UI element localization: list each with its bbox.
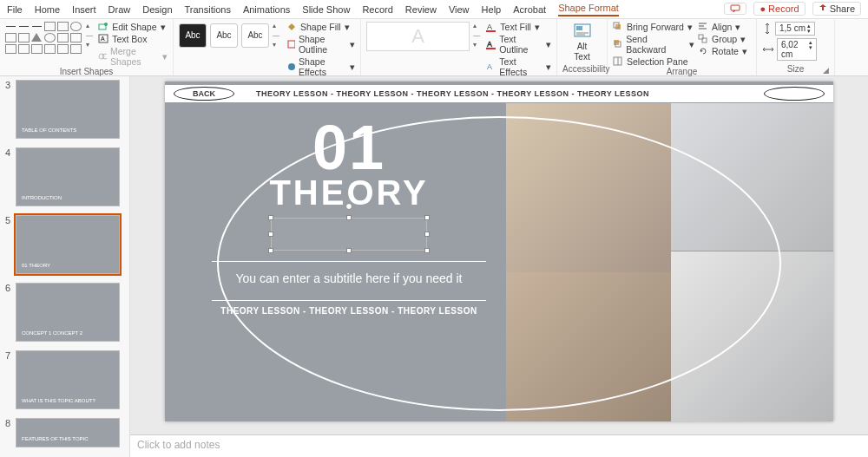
shape-outline-button[interactable]: Shape Outline ▾ — [286, 34, 355, 55]
effects-icon — [286, 62, 295, 72]
slide-subtitle[interactable]: You can enter a subtitle here if you nee… — [201, 271, 496, 288]
comments-button[interactable] — [724, 3, 746, 15]
edit-shape-button[interactable]: Edit Shape ▾ — [98, 22, 168, 32]
text-effects-button[interactable]: AText Effects ▾ — [486, 56, 551, 77]
group-insert-shapes: ▴―▾ Edit Shape ▾ AText Box Merge Shapes … — [0, 19, 174, 75]
slide-top-bar: BACK THEORY LESSON - THEORY LESSON - THE… — [165, 85, 833, 102]
tab-review[interactable]: Review — [405, 4, 437, 15]
resize-handle[interactable] — [346, 215, 352, 220]
tab-record[interactable]: Record — [362, 4, 392, 15]
merge-shapes-icon — [98, 51, 107, 62]
tab-slideshow[interactable]: Slide Show — [302, 4, 350, 15]
tab-help[interactable]: Help — [482, 4, 502, 15]
resize-handle[interactable] — [268, 232, 273, 237]
resize-handle[interactable] — [268, 248, 273, 253]
slide-canvas[interactable]: BACK THEORY LESSON - THEORY LESSON - THE… — [165, 82, 833, 421]
thumb-number: 8 — [5, 418, 12, 428]
send-backward-button[interactable]: Send Backward ▾ — [613, 34, 694, 55]
back-button[interactable]: BACK — [174, 87, 234, 101]
text-outline-button[interactable]: AText Outline ▾ — [486, 34, 551, 55]
rotate-button[interactable]: Rotate ▾ — [698, 46, 747, 56]
group-button[interactable]: Group ▾ — [698, 34, 747, 44]
tab-file[interactable]: File — [7, 4, 23, 15]
merge-shapes-button[interactable]: Merge Shapes ▾ — [98, 46, 168, 67]
shape-style-gallery[interactable]: Abc Abc Abc ▴―▾ — [179, 22, 283, 49]
shapes-expand[interactable]: ▴―▾ — [86, 22, 95, 49]
slide-image[interactable] — [506, 272, 671, 421]
slide-thumbnail[interactable]: INTRODUCTION — [16, 147, 120, 206]
selection-pane-icon — [613, 56, 623, 67]
workspace: 3TABLE OF CONTENTS 4INTRODUCTION 501 THE… — [0, 76, 868, 457]
shape-fill-button[interactable]: Shape Fill ▾ — [286, 22, 355, 32]
tab-acrobat[interactable]: Acrobat — [513, 4, 546, 15]
rotate-handle[interactable] — [345, 203, 352, 210]
thumb-number: 5 — [5, 215, 12, 225]
outline-icon — [286, 39, 295, 49]
slide-image[interactable] — [506, 103, 671, 272]
editor-area: BACK THEORY LESSON - THEORY LESSON - THE… — [130, 76, 868, 457]
tab-transitions[interactable]: Transitions — [185, 4, 231, 15]
group-accessibility: AltText Accessibility — [557, 19, 608, 75]
alt-text-icon — [573, 22, 592, 41]
svg-rect-15 — [576, 26, 582, 30]
group-arrange: Bring Forward ▾ Send Backward ▾ Selectio… — [608, 19, 757, 75]
shape-effects-button[interactable]: Shape Effects ▾ — [286, 56, 355, 77]
slide-thumbnail-selected[interactable]: 01 THEORY — [16, 215, 120, 274]
fill-icon — [286, 22, 297, 32]
svg-text:A: A — [487, 23, 492, 31]
resize-handle[interactable] — [424, 232, 430, 237]
align-icon — [698, 22, 708, 32]
marquee-text: THEORY LESSON - THEORY LESSON - THEORY L… — [256, 89, 649, 98]
resize-handle[interactable] — [346, 248, 352, 253]
width-input[interactable]: 6,02 cm▴▾ — [777, 38, 817, 61]
slide-number[interactable]: 01 — [201, 116, 496, 179]
dialog-launcher-icon[interactable]: ◢ — [823, 66, 829, 75]
alt-text-button[interactable]: AltText — [563, 22, 602, 62]
style-expand[interactable]: ▴―▾ — [273, 22, 283, 49]
slide-text-column: 01 THEORY You can enter a subt — [201, 116, 496, 316]
blank-oval[interactable] — [764, 87, 825, 101]
share-row: ● Record Share — [724, 2, 861, 16]
tab-design[interactable]: Design — [142, 4, 172, 15]
tab-draw[interactable]: Draw — [108, 4, 131, 15]
slide-thumbnail[interactable]: CONCEPT 1 CONCEPT 2 — [16, 283, 120, 342]
svg-point-2 — [104, 23, 108, 26]
resize-handle[interactable] — [268, 215, 273, 220]
wordart-gallery[interactable]: A — [366, 22, 470, 51]
tab-shape-format[interactable]: Shape Format — [558, 3, 619, 16]
wordart-expand[interactable]: ▴―▾ — [473, 22, 483, 49]
tab-view[interactable]: View — [449, 4, 470, 15]
svg-point-8 — [288, 63, 295, 70]
tab-home[interactable]: Home — [35, 4, 60, 15]
style-swatch[interactable]: Abc — [179, 23, 207, 48]
height-input[interactable]: 1,5 cm▴▾ — [775, 22, 815, 36]
thumbnails-panel[interactable]: 3TABLE OF CONTENTS 4INTRODUCTION 501 THE… — [0, 76, 130, 457]
text-box-button[interactable]: AText Box — [98, 34, 168, 44]
shapes-gallery[interactable] — [5, 22, 82, 55]
slide-thumbnail[interactable]: TABLE OF CONTENTS — [16, 80, 120, 139]
style-swatch[interactable]: Abc — [241, 23, 269, 48]
slide-image[interactable] — [671, 103, 833, 251]
slide-thumbnail[interactable]: FEATURES OF THIS TOPIC — [16, 418, 120, 447]
tab-animations[interactable]: Animations — [243, 4, 290, 15]
selected-shape[interactable] — [271, 218, 427, 251]
text-fill-button[interactable]: AText Fill ▾ — [486, 22, 551, 32]
resize-handle[interactable] — [424, 248, 430, 253]
ribbon: ▴―▾ Edit Shape ▾ AText Box Merge Shapes … — [0, 19, 868, 76]
text-fill-icon: A — [486, 22, 496, 32]
slide-thumbnail[interactable]: WHAT IS THIS TOPIC ABOUT? — [16, 350, 120, 409]
style-swatch[interactable]: Abc — [210, 23, 238, 48]
slide-image[interactable] — [671, 251, 833, 421]
svg-text:A: A — [487, 40, 492, 49]
align-button[interactable]: Align ▾ — [698, 22, 747, 32]
height-icon — [762, 23, 773, 35]
selection-pane-button[interactable]: Selection Pane — [613, 56, 694, 67]
record-button[interactable]: ● Record — [753, 2, 805, 16]
notes-pane[interactable]: Click to add notes — [130, 434, 868, 457]
tab-insert[interactable]: Insert — [72, 4, 96, 15]
divider — [212, 300, 486, 301]
bring-forward-button[interactable]: Bring Forward ▾ — [613, 22, 694, 32]
share-button[interactable]: Share — [812, 2, 861, 16]
marquee-text-bottom: THEORY LESSON - THEORY LESSON - THEORY L… — [201, 306, 496, 316]
resize-handle[interactable] — [424, 215, 430, 220]
